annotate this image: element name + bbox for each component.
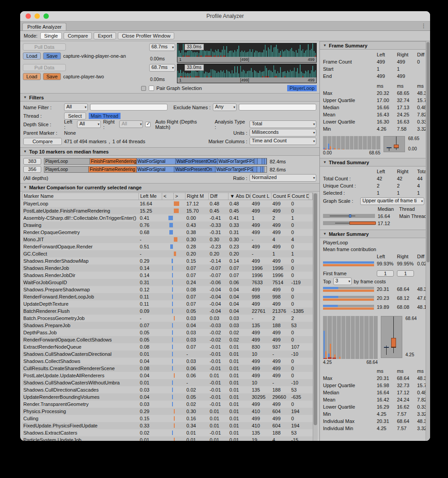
marker-segment[interactable]: WaitForPresentOnG	[176, 158, 218, 164]
marker-segment[interactable]	[253, 166, 257, 172]
pull-data-button[interactable]: Pull Data	[23, 43, 66, 51]
table-row[interactable]: RenderForwardOpaque.CollectShadows0.050.…	[22, 336, 313, 343]
table-row[interactable]: Shadows.CollectShadows0.040.03-0.010.014…	[22, 358, 313, 365]
marker-segment[interactable]	[254, 158, 258, 164]
column-header-2[interactable]: <	[162, 193, 174, 200]
export-button[interactable]: Export	[94, 32, 116, 39]
column-header-8[interactable]: Count R	[271, 193, 290, 200]
save-button[interactable]: Save	[43, 73, 61, 80]
graph-scale-dropdown[interactable]: 68.7ms	[149, 64, 175, 72]
ratio-dropdown[interactable]: Normalized	[250, 174, 316, 182]
zoom-window-button[interactable]	[43, 13, 49, 19]
frame-boxplot[interactable]	[383, 136, 405, 152]
close-window-button[interactable]	[26, 13, 31, 19]
column-header-1[interactable]: Left Me	[139, 193, 162, 200]
depth-right-dropdown[interactable]: All	[119, 120, 143, 128]
thread-range-widget[interactable]	[323, 220, 378, 227]
load-button[interactable]: Load	[23, 52, 41, 60]
table-row[interactable]: PlayerLoop16.6417.120.480.484994990	[22, 200, 313, 207]
marker-segment[interactable]	[265, 158, 267, 164]
top-frame-row[interactable]: 20.2368.1247.89	[323, 294, 427, 303]
table-row[interactable]: PostLateUpdate.FinishFrameRendering15.25…	[22, 207, 313, 214]
marker-segment[interactable]: WaitForSignal	[137, 166, 174, 172]
thread-summary-header[interactable]: ▼ Thread Summary	[320, 158, 430, 166]
frame-summary-header[interactable]: ▼ Frame Summary	[320, 41, 430, 50]
column-header-4[interactable]: Right M	[185, 193, 209, 200]
depth-left-dropdown[interactable]: All	[77, 120, 101, 128]
frame-range-strip[interactable]: 1 [499] 499	[177, 57, 316, 62]
scrollbar-thumb[interactable]	[426, 42, 430, 262]
table-row[interactable]: DepthPass.Job0.050.03-0.020.024994990	[22, 329, 313, 336]
table-row[interactable]: Assembly-CSharp.dll!::Collectable.OnTrig…	[22, 214, 313, 222]
marker-segment[interactable]: FinishFrameRendering	[90, 158, 137, 164]
mode-compare-button[interactable]: Compare	[64, 32, 92, 39]
name-filter-input[interactable]	[90, 104, 168, 111]
table-row[interactable]: GC.Collect-0.200.200.20-11	[22, 250, 313, 257]
pull-data-button[interactable]: Pull Data	[23, 64, 66, 71]
table-row[interactable]: Shadows.CullDirectionalCascades0.030.02-…	[22, 386, 313, 393]
marker-segment[interactable]	[257, 166, 260, 172]
first-frame-left-button[interactable]: 1	[377, 270, 394, 277]
save-button[interactable]: Save	[43, 52, 61, 60]
comparison-scrollbar[interactable]	[313, 192, 318, 441]
marker-histogram[interactable]	[323, 316, 378, 359]
foldout-triangle-icon[interactable]: ▼	[23, 95, 27, 99]
foldout-triangle-icon[interactable]: ▼	[323, 232, 327, 236]
marker-segment[interactable]: WaitForTargetFPS	[218, 158, 254, 164]
foldout-triangle-icon[interactable]: ▼	[23, 149, 27, 154]
table-row[interactable]: Shadows.ExtractCasters0.020.01-0.010.011…	[22, 429, 313, 436]
marker-segment[interactable]	[258, 158, 262, 164]
thread-select-button[interactable]: Select	[64, 112, 86, 120]
column-header-9[interactable]: Count D	[290, 193, 309, 200]
column-header-marker-name[interactable]: Marker Name	[22, 193, 139, 200]
top10-section-header[interactable]: ▼ Top 10 markers on median frames	[20, 147, 319, 156]
frame-range-strip[interactable]: 1 [499] 499	[177, 77, 316, 83]
table-row[interactable]: FixedUpdate.PhysicsFixedUpdate0.330.340.…	[22, 422, 313, 429]
exclude-mode-dropdown[interactable]: Any	[213, 103, 237, 111]
tab-profile-analyzer[interactable]: Profile Analyzer	[22, 23, 66, 30]
table-row[interactable]: Culling0.150.160.010.014994990	[22, 415, 313, 422]
table-row[interactable]: Drawing0.760.43-0.330.334994990	[22, 222, 313, 229]
table-row[interactable]: RenderForward.RenderLoopJob0.110.07-0.04…	[22, 293, 313, 300]
frame-index-button[interactable]: 356	[23, 166, 41, 173]
marker-columns-dropdown[interactable]: Time and Count	[250, 137, 316, 145]
table-row[interactable]: Render.OpaqueGeometry0.680.38-0.310.3149…	[22, 229, 313, 236]
frame-time-graph[interactable]: 33.0ms 1 [499] 499	[177, 64, 317, 83]
thread-range-widget[interactable]	[323, 213, 378, 220]
kebab-menu-icon[interactable]: ⋮	[421, 22, 426, 29]
frame-index-button[interactable]: 383	[23, 158, 41, 165]
table-row[interactable]: Shadows.PrepareShadowmap0.120.08-0.040.0…	[22, 286, 313, 293]
column-header-5[interactable]: Diff	[209, 193, 228, 200]
graph-scale-dropdown[interactable]: 68.7ms	[149, 43, 175, 51]
foldout-triangle-icon[interactable]: ▼	[323, 160, 327, 164]
marker-segment[interactable]: PlayerLoop	[44, 158, 90, 164]
table-row[interactable]: Physics.Processing0.290.300.010.01410604…	[22, 408, 313, 415]
table-row[interactable]: Batch.ProcessGeometryJob-0.030.030.03-22	[22, 315, 313, 322]
table-row[interactable]: Shadows.CullShadowCastersWithoutUmbra0.0…	[22, 379, 313, 386]
summary-scrollbar[interactable]	[426, 41, 430, 441]
thread-value-chip[interactable]: Main Thread	[89, 113, 121, 119]
graph-scale-dropdown[interactable]: Upper quartile of frame ti	[360, 197, 424, 205]
table-row[interactable]: Shadows.CullShadowCastersDirectional0.01…	[22, 350, 313, 358]
table-row[interactable]: RenderForwardOpaque.Render0.510.28-0.230…	[22, 243, 313, 250]
analysis-type-dropdown[interactable]: Total	[250, 120, 316, 128]
top-count-dropdown[interactable]: 3	[333, 277, 352, 285]
marker-segment[interactable]	[263, 166, 264, 172]
frame-time-graph[interactable]: 33.0ms 1 [499] 499	[177, 43, 317, 63]
marker-summary-header[interactable]: ▼ Marker Summary	[320, 230, 430, 238]
table-row[interactable]: Shadows.PrepareJob0.070.04-0.030.0313518…	[22, 322, 313, 329]
marker-segment[interactable]: PlayerLoop	[44, 166, 89, 172]
marker-segment[interactable]: FinishFrameRendering	[89, 166, 137, 172]
table-row[interactable]: Shadows.RenderJobDir0.140.07-0.070.07199…	[22, 272, 313, 279]
table-row[interactable]: Shadows.RenderShadowMap0.290.15-0.140.14…	[22, 257, 313, 265]
frame-histogram[interactable]	[323, 136, 380, 149]
table-row[interactable]: BatchRenderer.Flush0.090.05-0.040.042276…	[22, 307, 313, 315]
comparison-section-header[interactable]: ▼ Marker Comparison for currently select…	[20, 183, 319, 192]
marker-segment[interactable]: WaitForTargetFPS	[215, 166, 253, 172]
column-header-6[interactable]: ▼ Abs Diff	[228, 193, 251, 200]
foldout-triangle-icon[interactable]: ▼	[323, 43, 327, 47]
table-row[interactable]: WaitForJobGroupID0.310.24-0.060.06763375…	[22, 279, 313, 286]
name-filter-mode-dropdown[interactable]: All	[64, 103, 88, 111]
scrollbar-thumb[interactable]	[314, 193, 317, 425]
marker-segment[interactable]: WaitForSignal	[137, 158, 176, 164]
